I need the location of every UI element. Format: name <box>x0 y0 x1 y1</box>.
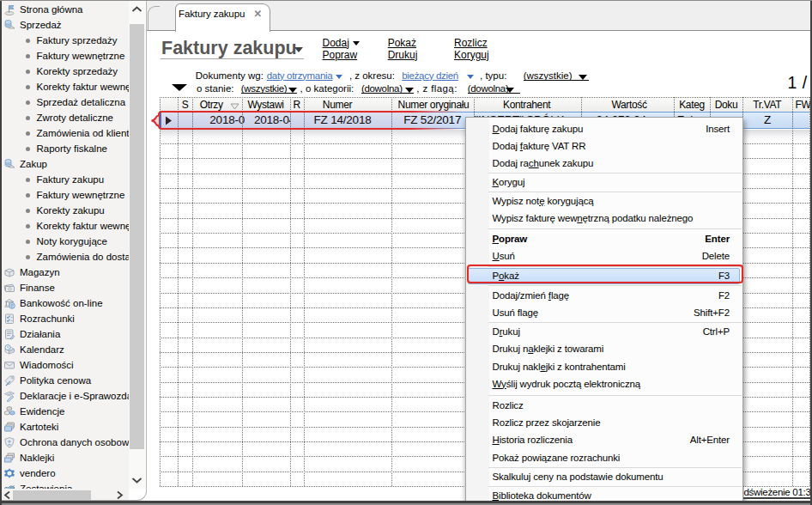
svg-text:e: e <box>10 303 14 309</box>
